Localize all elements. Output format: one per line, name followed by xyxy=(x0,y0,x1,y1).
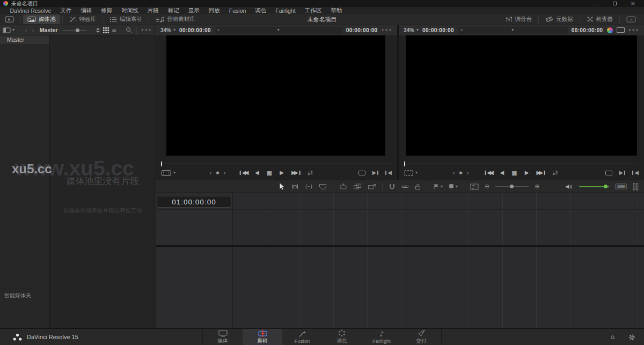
source-mode-select[interactable]: ▾ xyxy=(161,167,175,178)
audio-mute-button[interactable] xyxy=(565,183,573,190)
tab-color[interactable]: 调色 xyxy=(322,329,362,345)
sound-library-button[interactable]: 音响素材库 xyxy=(151,14,200,24)
timeline-current-timecode[interactable]: 00:00:00:00 xyxy=(422,27,454,33)
menu-edit[interactable]: 编辑 xyxy=(76,7,97,14)
list-view-button[interactable]: ≡ xyxy=(112,27,116,33)
stop-button[interactable]: ■ xyxy=(267,170,272,176)
edit-index-button[interactable]: 编辑索引 xyxy=(105,14,147,24)
menu-clip[interactable]: 片段 xyxy=(143,7,163,14)
play-button[interactable]: ▶ xyxy=(280,170,284,175)
menu-file[interactable]: 文件 xyxy=(56,7,76,14)
zoom-in-button[interactable]: ⊕ xyxy=(535,183,539,189)
sidebar-item-master[interactable]: Master xyxy=(0,35,49,44)
search-button[interactable] xyxy=(126,27,132,33)
snapping-button[interactable] xyxy=(389,183,396,190)
selection-mode-button[interactable] xyxy=(279,183,285,190)
trim-edit-mode-button[interactable] xyxy=(291,183,299,190)
skip-to-start-button[interactable]: ◀◀ xyxy=(240,170,247,175)
menu-view[interactable]: 显示 xyxy=(184,7,204,14)
sort-order-button[interactable] xyxy=(96,27,100,33)
timeline-jog-control[interactable]: ‹ ● › xyxy=(452,167,469,178)
mixer-button[interactable]: 调音台 xyxy=(501,14,537,24)
position-lock-button[interactable] xyxy=(415,183,421,190)
replace-clip-button[interactable] xyxy=(368,183,376,190)
smart-bins-label[interactable]: 智能媒体夹 xyxy=(4,292,31,299)
zoom-out-button[interactable]: ⊖ xyxy=(485,183,489,189)
timeline-select-dropdown[interactable]: ▾ xyxy=(458,27,568,34)
timeline-panel[interactable]: 01:00:00:00 xyxy=(156,193,644,328)
stop-button[interactable]: ■ xyxy=(511,170,517,176)
media-storage-button[interactable] xyxy=(0,16,19,23)
source-zoom-select[interactable]: 34% ▾ xyxy=(160,27,175,33)
overwrite-clip-button[interactable] xyxy=(353,183,362,190)
source-viewer-options-button[interactable]: ••• xyxy=(382,28,392,33)
menu-help[interactable]: 帮助 xyxy=(326,7,347,14)
thumbnail-size-slider[interactable] xyxy=(63,28,87,33)
out-point-button[interactable]: ▶ xyxy=(619,170,626,175)
minimize-button[interactable]: – xyxy=(596,1,599,6)
mixer-panel-button[interactable] xyxy=(633,183,639,190)
source-clip-dropdown[interactable]: ▾ xyxy=(215,27,342,34)
insert-clip-button[interactable] xyxy=(339,183,347,190)
dynamic-trim-mode-button[interactable] xyxy=(305,183,313,190)
color-viewer-icon[interactable] xyxy=(607,27,613,33)
volume-knob[interactable] xyxy=(604,185,608,188)
source-playhead[interactable] xyxy=(161,162,162,166)
menu-timeline[interactable]: 时间线 xyxy=(117,7,143,14)
step-back-button[interactable]: ◀ xyxy=(255,170,259,175)
bin-back-button[interactable]: ‹ xyxy=(24,27,28,33)
link-clips-button[interactable] xyxy=(401,183,409,190)
timeline-zoom-slider[interactable] xyxy=(495,184,529,189)
inspector-button[interactable]: 检查器 xyxy=(582,14,618,24)
timeline-viewer-options-button[interactable]: ••• xyxy=(628,28,639,33)
timeline-grid[interactable] xyxy=(232,193,644,328)
effects-library-button[interactable]: 特效库 xyxy=(65,14,101,24)
timeline-view-options-button[interactable] xyxy=(470,183,479,190)
video-audio-separator[interactable] xyxy=(156,245,644,247)
timeline-timecode-display[interactable]: 01:00:00:00 xyxy=(157,196,231,208)
current-bin-label[interactable]: Master xyxy=(40,27,58,33)
skip-to-start-button[interactable]: ◀◀ xyxy=(485,170,492,175)
source-current-timecode[interactable]: 00:00:00:00 xyxy=(179,27,211,33)
slider-knob[interactable] xyxy=(76,28,79,32)
close-button[interactable]: × xyxy=(631,1,635,6)
project-manager-button[interactable]: ⌂ xyxy=(610,334,614,340)
timeline-playhead[interactable] xyxy=(404,162,405,166)
source-jog-control[interactable]: ‹ ● › xyxy=(209,167,226,178)
menu-color[interactable]: 调色 xyxy=(251,7,271,14)
timeline-duration-timecode[interactable]: 00:00:00:00 xyxy=(572,27,603,33)
bin-forward-button[interactable]: › xyxy=(31,27,35,33)
menu-fusion[interactable]: Fusion xyxy=(224,8,251,14)
timeline-zoom-select[interactable]: 34% ▾ xyxy=(404,27,419,33)
out-point-button[interactable]: ▶ xyxy=(372,170,379,175)
menu-davinci-resolve[interactable]: DaVinci Resolve xyxy=(5,8,56,14)
in-point-button[interactable]: ◀ xyxy=(385,170,392,175)
audio-volume-slider[interactable] xyxy=(579,184,609,189)
timeline-mode-select[interactable]: ▾ xyxy=(404,167,418,178)
menu-mark[interactable]: 标记 xyxy=(163,7,184,14)
menu-fairlight[interactable]: Fairlight xyxy=(271,8,300,14)
timeline-scrub-bar[interactable] xyxy=(404,162,639,167)
source-duration-timecode[interactable]: 00:00:00:00 xyxy=(346,27,378,33)
menu-workspace[interactable]: 工作区 xyxy=(300,7,326,14)
dim-button[interactable]: DIM xyxy=(615,183,627,190)
flag-clip-button[interactable]: ▾ xyxy=(433,183,443,190)
loop-button[interactable]: ⇄ xyxy=(308,170,313,176)
tab-deliver[interactable]: 交付 xyxy=(401,329,441,345)
bin-view-toggle[interactable]: ▾ xyxy=(3,27,14,33)
in-point-button[interactable]: ◀ xyxy=(632,170,639,175)
tab-fusion[interactable]: Fusion xyxy=(282,329,322,345)
enhanced-viewer-icon[interactable] xyxy=(617,27,625,33)
razor-tool-button[interactable] xyxy=(319,183,327,190)
timeline-video-area[interactable] xyxy=(406,35,637,156)
slider-knob[interactable] xyxy=(510,185,514,188)
maximize-button[interactable] xyxy=(613,2,617,5)
tab-edit[interactable]: 剪辑 xyxy=(243,329,282,345)
source-video-area[interactable] xyxy=(166,35,385,156)
metadata-button[interactable]: 元数据 xyxy=(541,14,577,24)
match-frame-icon[interactable] xyxy=(358,171,365,175)
tab-media[interactable]: 媒体 xyxy=(203,329,243,345)
skip-to-end-button[interactable]: ▶▶ xyxy=(291,170,300,175)
dual-screen-toggle-button[interactable] xyxy=(621,16,641,23)
skip-to-end-button[interactable]: ▶▶ xyxy=(536,170,545,175)
